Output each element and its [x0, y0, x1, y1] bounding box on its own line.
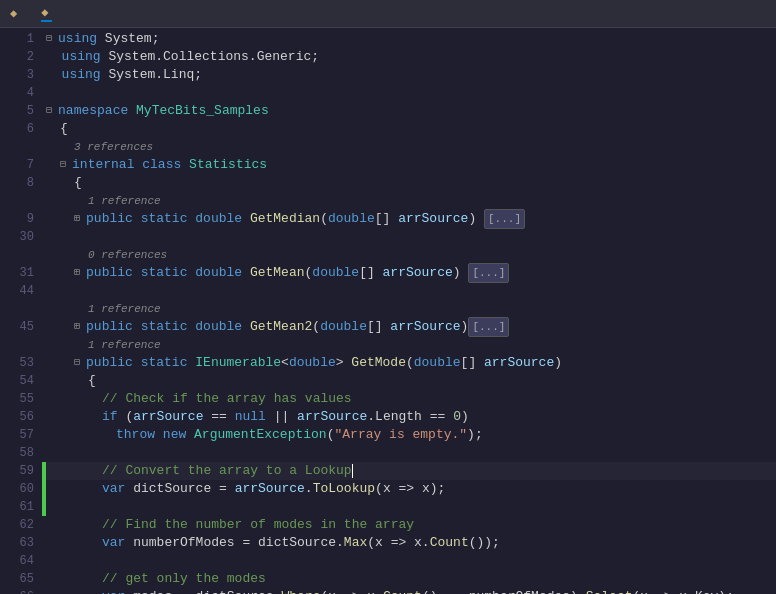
code-token: ()); — [469, 534, 500, 552]
code-line: // get only the modes — [46, 570, 776, 588]
collapsed-block[interactable]: [...] — [468, 263, 509, 283]
line-number-31: 31 — [0, 264, 34, 282]
line-number-2: 2 — [0, 48, 34, 66]
code-token — [242, 210, 250, 228]
text-cursor — [352, 464, 353, 478]
code-token: . — [305, 480, 313, 498]
code-line: var numberOfModes = dictSource.Max(x => … — [46, 534, 776, 552]
code-token: ( — [118, 408, 134, 426]
code-token: double — [414, 354, 461, 372]
line-number-59: 59 — [0, 462, 34, 480]
line-number-54: 54 — [0, 372, 34, 390]
code-token: throw — [116, 426, 155, 444]
code-token: using — [62, 66, 101, 84]
code-token — [242, 318, 250, 336]
expand-collapse-icon[interactable]: ⊞ — [74, 264, 86, 282]
code-token: class — [142, 156, 181, 174]
code-line: using System.Collections.Generic; — [46, 48, 776, 66]
code-token: ( — [312, 318, 320, 336]
code-token: var — [102, 588, 125, 594]
code-token: // get only the modes — [102, 570, 266, 588]
code-token: dictSource = — [125, 480, 234, 498]
change-indicator — [42, 480, 46, 498]
reference-hint: 1 reference — [88, 192, 161, 210]
code-token: arrSource — [484, 354, 554, 372]
code-token: double — [320, 318, 367, 336]
line-number-4: 4 — [0, 84, 34, 102]
code-token: new — [163, 426, 186, 444]
line-number-45: 45 — [0, 318, 34, 336]
code-token: .Length == — [367, 408, 453, 426]
line-number-6: 6 — [0, 120, 34, 138]
code-token: System.Linq; — [101, 66, 202, 84]
code-token: arrSource — [390, 318, 460, 336]
tab-samples[interactable]: ◆ — [10, 6, 21, 21]
code-token: (x => x. — [320, 588, 382, 594]
code-token — [242, 264, 250, 282]
code-token: GetMedian — [250, 210, 320, 228]
line-number-61: 61 — [0, 498, 34, 516]
code-token: arrSource — [297, 408, 367, 426]
code-token: if — [102, 408, 118, 426]
line-number-3: 3 — [0, 66, 34, 84]
code-token — [186, 426, 194, 444]
code-token: double — [195, 264, 242, 282]
line-number-60: 60 — [0, 480, 34, 498]
code-line: // Find the number of modes in the array — [46, 516, 776, 534]
collapsed-block[interactable]: [...] — [484, 209, 525, 229]
collapsed-block[interactable]: [...] — [468, 317, 509, 337]
tab-statistics[interactable]: ◆ — [41, 5, 52, 22]
line-number-53: 53 — [0, 354, 34, 372]
tab-statistics-icon: ◆ — [41, 5, 48, 20]
code-token: ToLookup — [313, 480, 375, 498]
expand-collapse-icon[interactable]: ⊞ — [74, 210, 86, 228]
code-line: ⊞ public static double GetMean(double[] … — [46, 264, 776, 282]
code-line: ⊟ namespace MyTecBits_Samples — [46, 102, 776, 120]
code-token: arrSource — [398, 210, 468, 228]
line-number-30: 30 — [0, 228, 34, 246]
code-line — [46, 552, 776, 570]
code-token: System; — [97, 30, 159, 48]
code-line: 1 reference — [46, 300, 776, 318]
code-token: < — [281, 354, 289, 372]
expand-collapse-icon[interactable]: ⊞ — [74, 318, 86, 336]
code-token: (x => x.Key); — [633, 588, 734, 594]
code-area[interactable]: ⊟ using System; using System.Collections… — [42, 28, 776, 594]
code-token: Count — [430, 534, 469, 552]
code-token — [133, 264, 141, 282]
code-token: [] — [461, 354, 484, 372]
code-token: GetMode — [351, 354, 406, 372]
code-token: { — [74, 174, 82, 192]
code-line: if (arrSource == null || arrSource.Lengt… — [46, 408, 776, 426]
expand-collapse-icon[interactable]: ⊟ — [46, 102, 58, 120]
code-token: public — [86, 318, 133, 336]
line-number-empty — [0, 300, 34, 318]
code-token: null — [235, 408, 266, 426]
line-number-empty — [0, 246, 34, 264]
code-token — [187, 210, 195, 228]
line-number-64: 64 — [0, 552, 34, 570]
code-token: double — [312, 264, 359, 282]
code-token: arrSource — [383, 264, 453, 282]
code-token — [133, 354, 141, 372]
code-token: MyTecBits_Samples — [136, 102, 269, 120]
code-token — [181, 156, 189, 174]
code-line — [46, 444, 776, 462]
code-line: 1 reference — [46, 192, 776, 210]
expand-collapse-icon[interactable]: ⊟ — [74, 354, 86, 372]
code-token: static — [141, 318, 188, 336]
line-number-empty — [0, 192, 34, 210]
code-line: var dictSource = arrSource.ToLookup(x =>… — [46, 480, 776, 498]
code-token: [] — [359, 264, 382, 282]
code-token: GetMean2 — [250, 318, 312, 336]
expand-collapse-icon[interactable]: ⊟ — [46, 30, 58, 48]
line-number-5: 5 — [0, 102, 34, 120]
line-number-8: 8 — [0, 174, 34, 192]
code-token: ArgumentException — [194, 426, 327, 444]
code-token: arrSource — [235, 480, 305, 498]
expand-collapse-icon[interactable]: ⊟ — [60, 156, 72, 174]
code-line: ⊞ public static double GetMean2(double[]… — [46, 318, 776, 336]
line-number-empty — [0, 336, 34, 354]
code-token: (x => x. — [367, 534, 429, 552]
code-token: GetMean — [250, 264, 305, 282]
